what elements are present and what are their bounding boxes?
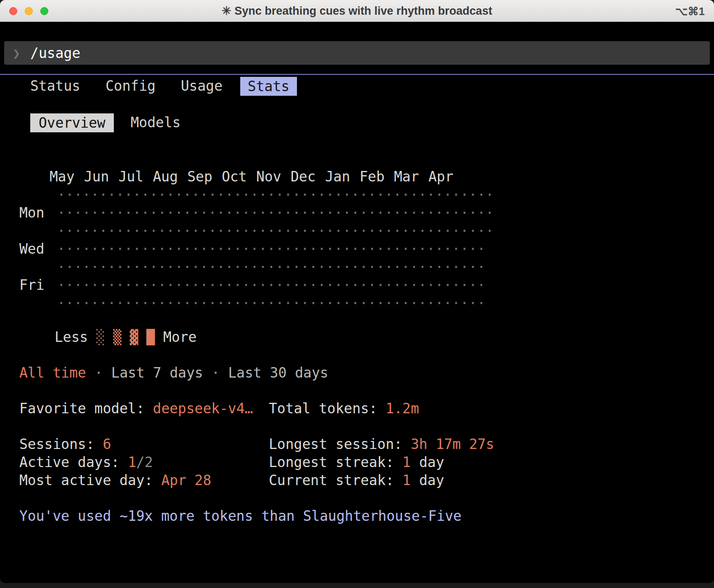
filter-separator: · [211, 365, 220, 381]
heatmap-cells: ········································… [57, 223, 494, 239]
heatmap-cells: ········································… [57, 205, 494, 221]
month-label: Jan [325, 168, 360, 186]
heatmap-grid: ········································… [0, 186, 714, 312]
legend-intensity-glyphs: ░ ▒ ▓ █ [96, 329, 155, 345]
tab-status[interactable]: Status [30, 77, 80, 96]
heatmap-legend: Less░ ▒ ▓ █More [0, 328, 714, 346]
heatmap-row: ········································… [0, 294, 714, 312]
terminal-content: ❯ /usage Status Config Usage Stats Overv… [0, 41, 714, 525]
minimize-button[interactable] [25, 7, 33, 15]
command-text: /usage [30, 44, 80, 62]
stat-current-streak: Current streak:1day [269, 472, 444, 488]
activity-heatmap: MayJunJulAugSepOctNovDecJanFebMarApr ···… [0, 168, 714, 346]
traffic-lights [9, 7, 48, 15]
month-label: Sep [187, 168, 222, 186]
month-label: Jun [84, 168, 118, 186]
day-label: Fri [19, 276, 57, 294]
legend-less-label: Less [55, 329, 88, 345]
month-label: Nov [256, 168, 291, 186]
month-label: Mar [394, 168, 428, 186]
stat-active-days: Active days:1/2 [19, 453, 269, 471]
stat-total-tokens: Total tokens:1.2m [269, 400, 419, 417]
close-button[interactable] [9, 7, 17, 15]
day-label: Wed [19, 240, 57, 258]
heatmap-row: ········································… [0, 258, 714, 276]
month-label: Apr [428, 168, 463, 186]
stat-longest-session: Longest session:3h 17m 27s [269, 436, 494, 452]
window-title: ✳ Sync breathing cues with live rhythm b… [222, 4, 492, 18]
heatmap-row: Fri·····································… [0, 276, 714, 294]
stats-row-model-tokens: Favorite model:deepseek-v4…Total tokens:… [0, 399, 714, 417]
stat-favorite-model: Favorite model:deepseek-v4… [19, 399, 269, 417]
stats-row-3: Most active day:Apr 28Current streak:1da… [0, 471, 714, 489]
command-input[interactable]: ❯ /usage [4, 41, 710, 65]
heatmap-cells: ········································… [57, 295, 486, 311]
legend-more-label: More [163, 329, 197, 345]
filter-last-7-days[interactable]: Last 7 days [111, 365, 203, 381]
subtab-overview[interactable]: Overview [30, 113, 114, 132]
filter-all-time[interactable]: All time [19, 365, 86, 381]
prompt-chevron-icon: ❯ [13, 44, 20, 62]
heatmap-row: Wed·····································… [0, 240, 714, 258]
tab-bar: Status Config Usage Stats [0, 77, 714, 96]
heatmap-cells: ········································… [57, 186, 494, 203]
time-range-filters: All time·Last 7 days·Last 30 days [0, 364, 714, 382]
filter-last-30-days[interactable]: Last 30 days [228, 365, 328, 381]
month-label: Aug [153, 168, 187, 186]
tab-config[interactable]: Config [105, 77, 155, 96]
filter-separator: · [94, 365, 103, 381]
tab-stats[interactable]: Stats [240, 77, 297, 96]
separator-line [0, 74, 714, 75]
heatmap-row: ········································… [0, 222, 714, 240]
heatmap-row: ········································… [0, 186, 714, 204]
month-label: Jul [118, 168, 153, 186]
subtab-bar: Overview Models [0, 113, 714, 132]
tab-usage[interactable]: Usage [181, 77, 222, 96]
month-label: May [50, 168, 84, 186]
stats-row-2: Active days:1/2Longest streak:1day [0, 453, 714, 471]
month-label: Feb [360, 168, 394, 186]
titlebar: ✳ Sync breathing cues with live rhythm b… [0, 0, 714, 22]
heatmap-cells: ········································… [57, 277, 486, 293]
window-shortcut-badge: ⌥⌘1 [675, 5, 705, 18]
heatmap-cells: ········································… [57, 259, 486, 275]
heatmap-cells: ········································… [57, 241, 486, 257]
month-label: Dec [291, 168, 325, 186]
month-label: Oct [222, 168, 256, 186]
stats-grid: Sessions:6Longest session:3h 17m 27s Act… [0, 435, 714, 489]
terminal-window: ✳ Sync breathing cues with live rhythm b… [0, 0, 714, 583]
day-label: Mon [19, 204, 57, 222]
stat-most-active-day: Most active day:Apr 28 [19, 471, 269, 489]
zoom-button[interactable] [40, 7, 48, 15]
stats-row-1: Sessions:6Longest session:3h 17m 27s [0, 435, 714, 453]
stat-longest-streak: Longest streak:1day [269, 454, 444, 470]
token-comparison-text: You've used ~19x more tokens than Slaugh… [0, 507, 714, 525]
stat-sessions: Sessions:6 [19, 435, 269, 453]
heatmap-row: Mon·····································… [0, 204, 714, 222]
heatmap-month-labels: MayJunJulAugSepOctNovDecJanFebMarApr [0, 168, 714, 186]
subtab-models[interactable]: Models [131, 113, 181, 132]
